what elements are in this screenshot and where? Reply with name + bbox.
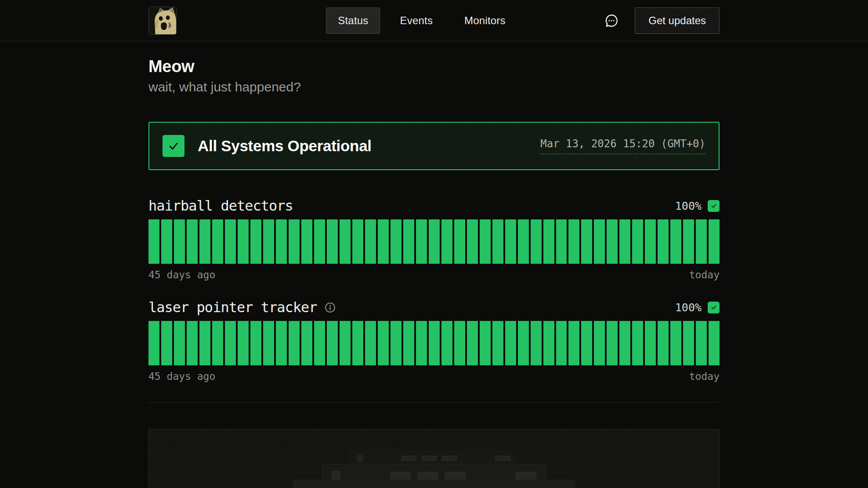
uptime-bar[interactable] xyxy=(365,219,376,264)
uptime-bar[interactable] xyxy=(429,219,440,264)
uptime-bar[interactable] xyxy=(543,219,554,264)
uptime-bar[interactable] xyxy=(480,321,491,365)
tab-events[interactable]: Events xyxy=(388,7,445,34)
uptime-bar[interactable] xyxy=(238,321,249,365)
uptime-bar[interactable] xyxy=(301,219,312,264)
uptime-bar[interactable] xyxy=(416,321,427,365)
uptime-bar[interactable] xyxy=(683,219,694,264)
get-updates-button[interactable]: Get updates xyxy=(635,7,720,34)
uptime-bar[interactable] xyxy=(696,321,707,365)
uptime-bar[interactable] xyxy=(429,321,440,365)
uptime-bar[interactable] xyxy=(454,321,465,365)
uptime-bar[interactable] xyxy=(619,321,630,365)
uptime-bar[interactable] xyxy=(467,321,478,365)
uptime-bar[interactable] xyxy=(289,219,300,264)
info-icon[interactable] xyxy=(324,302,336,313)
status-timestamp[interactable]: Mar 13, 2026 15:20 (GMT+0) xyxy=(540,138,705,154)
uptime-bar[interactable] xyxy=(531,219,542,264)
uptime-bar[interactable] xyxy=(174,321,185,365)
uptime-bar[interactable] xyxy=(378,219,389,264)
uptime-bar[interactable] xyxy=(391,321,401,365)
uptime-bar[interactable] xyxy=(594,321,605,365)
uptime-bar[interactable] xyxy=(632,219,643,264)
uptime-bar[interactable] xyxy=(670,321,681,365)
uptime-bar[interactable] xyxy=(161,219,172,264)
uptime-bar[interactable] xyxy=(645,219,656,264)
uptime-bar[interactable] xyxy=(607,321,618,365)
uptime-bar[interactable] xyxy=(391,219,401,264)
uptime-bar[interactable] xyxy=(696,219,707,264)
uptime-bar[interactable] xyxy=(492,219,503,264)
uptime-bar[interactable] xyxy=(289,321,300,365)
uptime-bar[interactable] xyxy=(467,219,478,264)
uptime-bar[interactable] xyxy=(263,219,274,264)
uptime-bar[interactable] xyxy=(212,321,223,365)
tab-status[interactable]: Status xyxy=(326,7,380,34)
uptime-bar[interactable] xyxy=(148,321,159,365)
uptime-bar[interactable] xyxy=(581,219,592,264)
uptime-bar[interactable] xyxy=(263,321,274,365)
uptime-bar[interactable] xyxy=(518,219,529,264)
uptime-bar[interactable] xyxy=(340,321,351,365)
uptime-bar[interactable] xyxy=(276,219,287,264)
uptime-bar[interactable] xyxy=(658,321,669,365)
uptime-bar[interactable] xyxy=(492,321,503,365)
uptime-bar[interactable] xyxy=(709,219,720,264)
uptime-bar[interactable] xyxy=(645,321,656,365)
uptime-bar[interactable] xyxy=(480,219,491,264)
uptime-bar[interactable] xyxy=(250,219,261,264)
uptime-bar[interactable] xyxy=(441,219,452,264)
uptime-bar[interactable] xyxy=(403,219,414,264)
uptime-bar[interactable] xyxy=(174,219,185,264)
uptime-bar[interactable] xyxy=(454,219,465,264)
uptime-bar[interactable] xyxy=(314,321,325,365)
uptime-bar[interactable] xyxy=(416,219,427,264)
range-end-label: today xyxy=(689,269,720,280)
uptime-bar[interactable] xyxy=(365,321,376,365)
uptime-bar[interactable] xyxy=(531,321,542,365)
uptime-bar[interactable] xyxy=(709,321,720,365)
uptime-bar[interactable] xyxy=(658,219,669,264)
uptime-bar[interactable] xyxy=(607,219,618,264)
site-logo[interactable] xyxy=(148,7,177,35)
uptime-bar[interactable] xyxy=(568,219,579,264)
uptime-bar[interactable] xyxy=(632,321,643,365)
uptime-bar[interactable] xyxy=(378,321,389,365)
uptime-bar[interactable] xyxy=(518,321,529,365)
uptime-bar[interactable] xyxy=(199,321,210,365)
uptime-bar[interactable] xyxy=(314,219,325,264)
promo-preview-card[interactable] xyxy=(148,429,720,488)
uptime-bar[interactable] xyxy=(556,321,567,365)
uptime-bar[interactable] xyxy=(276,321,287,365)
uptime-bar[interactable] xyxy=(225,219,236,264)
uptime-bar[interactable] xyxy=(212,219,223,264)
uptime-bar[interactable] xyxy=(250,321,261,365)
uptime-bar[interactable] xyxy=(187,219,198,264)
uptime-bar[interactable] xyxy=(199,219,210,264)
uptime-bar[interactable] xyxy=(505,321,516,365)
uptime-bar[interactable] xyxy=(225,321,236,365)
uptime-bar[interactable] xyxy=(161,321,172,365)
uptime-bar[interactable] xyxy=(556,219,567,264)
uptime-bar[interactable] xyxy=(352,219,363,264)
uptime-bar[interactable] xyxy=(670,219,681,264)
uptime-bar[interactable] xyxy=(403,321,414,365)
uptime-bar[interactable] xyxy=(683,321,694,365)
uptime-bar[interactable] xyxy=(594,219,605,264)
uptime-bar[interactable] xyxy=(327,219,338,264)
uptime-bar[interactable] xyxy=(301,321,312,365)
uptime-bar[interactable] xyxy=(619,219,630,264)
uptime-bar[interactable] xyxy=(543,321,554,365)
uptime-bar[interactable] xyxy=(327,321,338,365)
uptime-bar[interactable] xyxy=(505,219,516,264)
uptime-bar[interactable] xyxy=(441,321,452,365)
uptime-bar[interactable] xyxy=(568,321,579,365)
chat-bubble-icon[interactable] xyxy=(604,13,619,28)
uptime-bar[interactable] xyxy=(581,321,592,365)
uptime-bar[interactable] xyxy=(352,321,363,365)
uptime-bar[interactable] xyxy=(148,219,159,264)
uptime-bar[interactable] xyxy=(187,321,198,365)
uptime-bar[interactable] xyxy=(238,219,249,264)
uptime-bar[interactable] xyxy=(340,219,351,264)
tab-monitors[interactable]: Monitors xyxy=(452,7,517,34)
